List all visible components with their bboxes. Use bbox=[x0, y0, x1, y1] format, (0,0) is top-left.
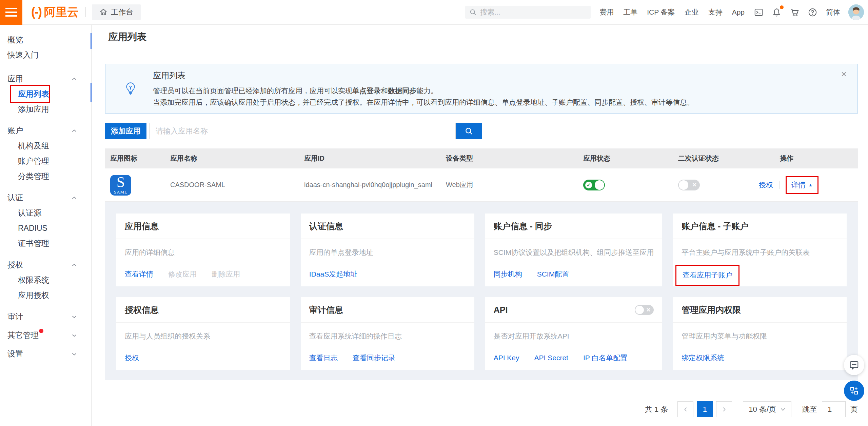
sidebar-item-application-list[interactable]: 应用列表 bbox=[0, 86, 91, 102]
detail-link[interactable]: 详情▲ bbox=[786, 176, 818, 194]
topbar-search[interactable] bbox=[465, 6, 591, 19]
aliyun-logo-text: 阿里云 bbox=[44, 4, 79, 20]
chevron-down-icon bbox=[72, 352, 77, 357]
cloudshell-icon[interactable] bbox=[754, 8, 763, 17]
idaas-sso-link[interactable]: IDaaS发起地址 bbox=[309, 269, 357, 279]
sidebar-group-authentication[interactable]: 认证 bbox=[0, 190, 91, 205]
sidebar-group-accounts[interactable]: 账户 bbox=[0, 123, 91, 138]
authorize-link[interactable]: 授权 bbox=[759, 180, 773, 190]
app-name: CASDOOR-SAML bbox=[170, 181, 304, 189]
view-sync-records-link[interactable]: 查看同步记录 bbox=[353, 353, 395, 363]
grid-icon bbox=[849, 386, 859, 395]
search-button[interactable] bbox=[456, 123, 482, 139]
sidebar-item-org-groups[interactable]: 机构及组 bbox=[0, 138, 91, 154]
sidebar-divider bbox=[0, 67, 91, 67]
table-row: S SAML CASDOOR-SAML idaas-cn-shanghai-pv… bbox=[105, 168, 858, 202]
card-app-info: 应用信息 应用的详细信息 查看详情 修改应用 删除应用 bbox=[116, 214, 290, 286]
api-secret-link[interactable]: API Secret bbox=[534, 354, 568, 362]
delete-app-link: 删除应用 bbox=[212, 269, 240, 279]
view-subaccount-link[interactable]: 查看应用子账户 bbox=[683, 271, 732, 279]
nav-enterprise[interactable]: 企业 bbox=[685, 7, 699, 17]
view-detail-link[interactable]: 查看详情 bbox=[125, 269, 153, 279]
nav-app[interactable]: App bbox=[732, 8, 745, 16]
quick-apps-button[interactable] bbox=[844, 381, 864, 401]
chevron-down-icon bbox=[780, 407, 786, 411]
nav-icp[interactable]: ICP 备案 bbox=[647, 7, 675, 17]
table-header: 应用图标 应用名称 应用ID 设备类型 应用状态 二次认证状态 操作 bbox=[105, 148, 858, 168]
search-icon bbox=[465, 127, 473, 136]
next-page-button[interactable] bbox=[716, 401, 732, 417]
sidebar-item-quickstart[interactable]: 快速入门 bbox=[0, 47, 91, 63]
bind-permission-system-link[interactable]: 绑定权限系统 bbox=[682, 353, 724, 363]
col-device-type: 设备类型 bbox=[446, 154, 583, 163]
workbench-button[interactable]: 工作台 bbox=[92, 4, 141, 20]
close-icon[interactable]: × bbox=[841, 69, 847, 79]
application-search-input[interactable] bbox=[150, 127, 455, 136]
cart-icon[interactable] bbox=[790, 8, 799, 17]
col-app-icon: 应用图标 bbox=[105, 154, 170, 163]
second-auth-toggle[interactable]: ✕ bbox=[678, 180, 700, 190]
sidebar-item-account-management[interactable]: 账户管理 bbox=[0, 154, 91, 169]
sidebar-item-certificates[interactable]: 证书管理 bbox=[0, 236, 91, 251]
api-toggle[interactable]: ✕ bbox=[635, 305, 654, 315]
sync-org-link[interactable]: 同步机构 bbox=[494, 269, 522, 279]
topbar-nav: 费用 工单 ICP 备案 企业 支持 App bbox=[599, 7, 745, 17]
banner-title: 应用列表 bbox=[153, 70, 694, 81]
nav-support[interactable]: 支持 bbox=[708, 7, 723, 17]
aliyun-logo[interactable]: (-) 阿里云 bbox=[31, 4, 79, 20]
chevron-up-icon bbox=[72, 263, 77, 267]
sidebar-group-applications[interactable]: 应用 bbox=[0, 71, 91, 86]
chevron-down-icon bbox=[72, 333, 77, 338]
scim-config-link[interactable]: SCIM配置 bbox=[537, 269, 569, 279]
notifications-bell-icon[interactable] bbox=[772, 8, 781, 17]
chevron-down-icon bbox=[72, 315, 77, 319]
topbar: (-) 阿里云 工作台 费用 工单 ICP 备案 企业 支持 App 简体 bbox=[0, 0, 868, 25]
add-application-button[interactable]: 添加应用 bbox=[105, 123, 146, 139]
card-audit-info: 审计信息 查看应用系统详细的操作日志 查看日志 查看同步记录 bbox=[301, 297, 474, 370]
chevron-up-icon bbox=[72, 196, 77, 200]
jump-page-input[interactable] bbox=[822, 401, 846, 417]
detail-panel: 应用信息 应用的详细信息 查看详情 修改应用 删除应用 认证信息 bbox=[105, 202, 858, 380]
api-key-link[interactable]: API Key bbox=[494, 354, 519, 362]
chevron-up-icon bbox=[72, 77, 77, 81]
authorize-card-link[interactable]: 授权 bbox=[125, 353, 139, 363]
prev-page-button[interactable] bbox=[677, 401, 693, 417]
topbar-search-input[interactable] bbox=[480, 8, 582, 16]
modify-app-link: 修改应用 bbox=[168, 269, 197, 279]
sidebar-item-add-application[interactable]: 添加应用 bbox=[0, 102, 91, 117]
avatar[interactable] bbox=[848, 4, 864, 20]
sidebar-group-settings[interactable]: 设置 bbox=[0, 346, 91, 362]
language-switch[interactable]: 简体 bbox=[826, 7, 840, 17]
sidebar: 概览 快速入门 应用 应用列表 添加应用 账户 机构及组 账户管理 分类管理 认… bbox=[0, 25, 92, 426]
col-operations: 操作 bbox=[780, 154, 858, 163]
application-search-field bbox=[149, 123, 456, 139]
application-table: 应用图标 应用名称 应用ID 设备类型 应用状态 二次认证状态 操作 S SAM… bbox=[105, 148, 858, 380]
nav-tickets[interactable]: 工单 bbox=[623, 7, 637, 17]
nav-expenses[interactable]: 费用 bbox=[599, 7, 614, 17]
sidebar-group-authorization[interactable]: 授权 bbox=[0, 257, 91, 272]
sidebar-item-permission-systems[interactable]: 权限系统 bbox=[0, 272, 91, 288]
hamburger-menu-icon[interactable] bbox=[0, 0, 22, 25]
feedback-chat-button[interactable] bbox=[844, 355, 864, 375]
col-second-auth-status: 二次认证状态 bbox=[678, 154, 780, 163]
card-account-sync: 账户信息 - 同步 SCIM协议设置以及把组织机构、组同步推送至应用 同步机构 … bbox=[485, 214, 663, 286]
aliyun-logo-mark: (-) bbox=[31, 5, 41, 19]
page-size-select[interactable]: 10 条/页 bbox=[743, 401, 791, 417]
sidebar-item-overview[interactable]: 概览 bbox=[0, 32, 91, 47]
sidebar-item-app-authorization[interactable]: 应用授权 bbox=[0, 288, 91, 303]
view-logs-link[interactable]: 查看日志 bbox=[309, 353, 338, 363]
sidebar-item-category-management[interactable]: 分类管理 bbox=[0, 169, 91, 184]
page-1-button[interactable]: 1 bbox=[697, 401, 713, 417]
ip-whitelist-link[interactable]: IP 白名单配置 bbox=[583, 353, 627, 363]
col-app-name: 应用名称 bbox=[170, 154, 304, 163]
banner-line2: 当添加完应用后，应该确认应用处于启用状态，并已经完成了授权。在应用详情中，可以看… bbox=[153, 97, 694, 108]
app-status-toggle[interactable]: ✓ bbox=[583, 180, 605, 190]
sidebar-item-radius[interactable]: RADIUS bbox=[0, 221, 91, 236]
sidebar-group-other-management[interactable]: 其它管理 bbox=[0, 328, 91, 343]
sidebar-item-auth-sources[interactable]: 认证源 bbox=[0, 205, 91, 221]
info-banner: 应用列表 管理员可以在当前页面管理已经添加的所有应用，应用可以实现单点登录和数据… bbox=[105, 64, 858, 114]
card-authorization-info: 授权信息 应用与人员组织的授权关系 授权 bbox=[116, 297, 290, 370]
col-app-status: 应用状态 bbox=[583, 154, 678, 163]
help-icon[interactable] bbox=[808, 8, 817, 17]
sidebar-group-audit[interactable]: 审计 bbox=[0, 309, 91, 324]
